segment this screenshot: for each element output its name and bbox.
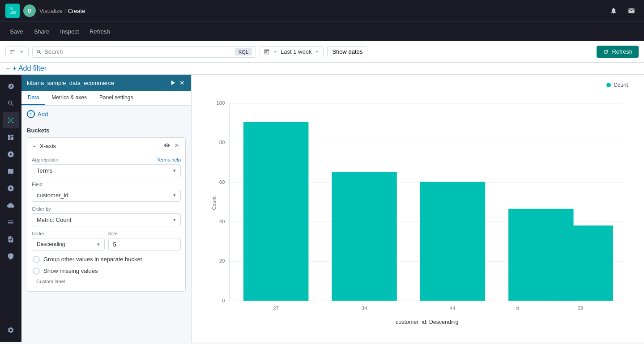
data-source-header: kibana_sample_data_ecommerce ✕ xyxy=(21,75,191,91)
sidebar-apm-icon[interactable] xyxy=(3,214,19,230)
remove-bucket-button[interactable] xyxy=(173,141,181,151)
chart-legend: Count xyxy=(199,82,637,88)
share-button[interactable]: Share xyxy=(30,25,54,38)
field-row: Field customer_id xyxy=(32,182,181,202)
bar-chart-svg: 100 80 60 40 20 0 Count xyxy=(199,92,637,333)
close-panel-button[interactable]: ✕ xyxy=(179,78,186,87)
user-avatar: D xyxy=(23,4,36,17)
size-col: Size xyxy=(108,231,181,251)
date-picker[interactable]: Last 1 week xyxy=(260,46,324,57)
tab-metrics-axes[interactable]: Metrics & axes xyxy=(45,91,93,105)
bar-5 xyxy=(548,225,613,301)
add-button[interactable]: + Add xyxy=(27,110,48,118)
run-panel-button[interactable] xyxy=(170,78,177,87)
aggregation-label: Aggregation Terms help xyxy=(32,157,181,162)
minus-icon xyxy=(5,66,11,71)
order-by-label: Order by xyxy=(32,206,181,212)
notifications-icon[interactable] xyxy=(606,4,621,18)
chart-area: Count 100 80 60 40 20 0 xyxy=(192,75,644,342)
svg-text:60: 60 xyxy=(219,179,225,185)
sidebar-infrastructure-icon[interactable] xyxy=(3,197,19,213)
aggregation-select[interactable]: Terms xyxy=(32,164,181,177)
order-by-select[interactable]: Metric: Count xyxy=(32,213,181,226)
search-input[interactable] xyxy=(44,48,232,55)
sidebar-dashboard-icon[interactable] xyxy=(3,129,19,145)
show-dates-button[interactable]: Show dates xyxy=(327,46,367,57)
search-container xyxy=(5,47,29,57)
size-input[interactable] xyxy=(108,238,181,251)
refresh-top-button[interactable]: Refresh xyxy=(85,25,115,38)
svg-text:100: 100 xyxy=(216,100,225,106)
add-label: Add xyxy=(38,111,48,118)
add-filter-bar[interactable]: + Add filter xyxy=(0,63,644,75)
svg-text:38: 38 xyxy=(578,306,584,311)
order-value: Descending xyxy=(37,241,65,247)
svg-text:customer_id: Descending: customer_id: Descending xyxy=(396,319,459,325)
mail-icon[interactable] xyxy=(624,4,639,18)
svg-text:34: 34 xyxy=(362,306,367,311)
field-section: Aggregation Terms help Terms Field xyxy=(27,154,185,291)
sidebar-maps-icon[interactable] xyxy=(3,163,19,179)
visibility-toggle-button[interactable] xyxy=(163,141,171,151)
add-section: + Add xyxy=(21,106,191,123)
show-missing-radio[interactable] xyxy=(33,268,40,275)
collapse-icon xyxy=(32,144,37,149)
bar-3 xyxy=(420,182,485,301)
aggregation-value: Terms xyxy=(37,167,52,174)
add-plus-icon: + xyxy=(27,110,35,118)
group-other-radio[interactable] xyxy=(33,256,40,263)
svg-text:Count: Count xyxy=(211,196,217,210)
svg-text:b: b xyxy=(516,306,519,311)
order-select[interactable]: Descending xyxy=(32,238,105,251)
sidebar-settings-icon[interactable] xyxy=(3,322,19,338)
search-box[interactable]: KQL xyxy=(32,46,256,58)
data-source-name: kibana_sample_data_ecommerce xyxy=(27,80,114,86)
bar-1 xyxy=(243,122,308,301)
editor-toolbar: Save Share Inspect Refresh xyxy=(0,21,644,41)
inspect-button[interactable]: Inspect xyxy=(55,25,83,38)
aggregation-row: Aggregation Terms help Terms xyxy=(32,157,181,177)
buckets-title: Buckets xyxy=(27,127,186,134)
group-other-label: Group other values in separate bucket xyxy=(43,255,142,263)
edit-panel: kibana_sample_data_ecommerce ✕ Data Metr… xyxy=(21,75,192,342)
terms-help-link[interactable]: Terms help xyxy=(157,157,181,162)
sidebar-discover-icon[interactable] xyxy=(3,95,19,111)
custom-label-section: Custom label xyxy=(32,279,181,284)
top-nav-icons xyxy=(606,4,639,18)
tab-data[interactable]: Data xyxy=(21,91,45,105)
svg-text:20: 20 xyxy=(219,258,225,263)
bucket-actions xyxy=(163,141,181,151)
chart-container: 100 80 60 40 20 0 Count xyxy=(199,92,637,342)
tab-panel-settings[interactable]: Panel settings xyxy=(93,91,139,105)
refresh-icon xyxy=(603,49,609,55)
field-select[interactable]: customer_id xyxy=(32,189,181,202)
buckets-section: Buckets X-axis xyxy=(21,123,191,298)
save-button[interactable]: Save xyxy=(5,25,28,38)
data-source-actions: ✕ xyxy=(170,78,186,87)
main-refresh-button[interactable]: Refresh xyxy=(597,46,639,58)
show-missing-label: Show missing values xyxy=(43,267,98,275)
svg-text:40: 40 xyxy=(219,219,225,224)
add-filter-label[interactable]: + Add filter xyxy=(13,64,47,72)
sidebar-recent-icon[interactable] xyxy=(3,78,19,94)
sidebar-security-icon[interactable] xyxy=(3,248,19,264)
sidebar-visualize-icon[interactable] xyxy=(3,112,19,128)
breadcrumb-separator: / xyxy=(64,8,66,14)
search-glass-icon xyxy=(36,49,42,55)
top-navigation: D Visualize / Create xyxy=(0,0,644,21)
sidebar-logs-icon[interactable] xyxy=(3,231,19,247)
show-missing-radio-row: Show missing values xyxy=(32,267,181,275)
sidebar-ml-icon[interactable] xyxy=(3,180,19,196)
svg-text:0: 0 xyxy=(222,298,225,303)
kql-badge: KQL xyxy=(235,48,252,55)
sidebar-canvas-icon[interactable] xyxy=(3,146,19,162)
left-sidebar xyxy=(0,75,21,342)
breadcrumb: Visualize / Create xyxy=(39,8,85,14)
calendar-icon xyxy=(264,49,270,55)
breadcrumb-base[interactable]: Visualize xyxy=(39,8,63,14)
order-by-value: Metric: Count xyxy=(37,217,71,223)
bucket-header[interactable]: X-axis xyxy=(27,138,185,154)
bar-2 xyxy=(332,172,397,301)
order-label: Order xyxy=(32,231,105,236)
field-value: customer_id xyxy=(37,192,68,199)
